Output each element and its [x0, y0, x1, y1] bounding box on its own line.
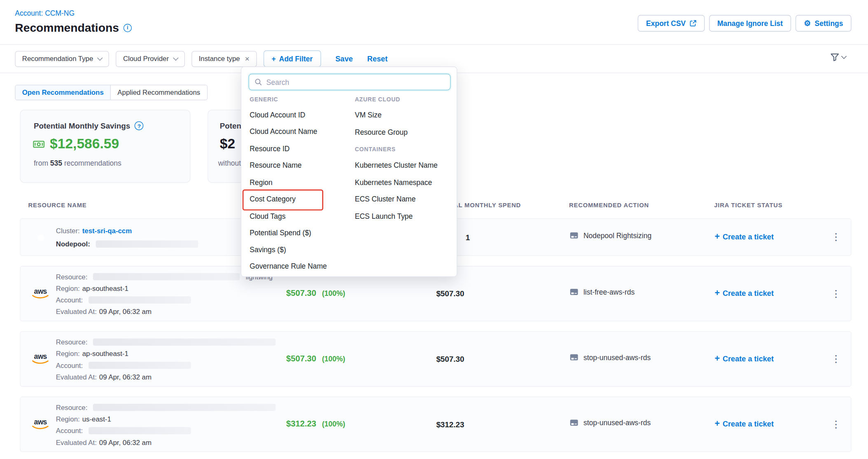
action-label: stop-unused-aws-rds [583, 419, 651, 427]
funnel-icon [831, 53, 840, 61]
row-menu-kebab-icon[interactable]: ⋮ [831, 354, 841, 364]
export-csv-button[interactable]: Export CSV [638, 15, 705, 31]
plus-icon: + [715, 232, 720, 241]
filter-search-input[interactable] [266, 78, 445, 86]
filter-option-resource-name[interactable]: Resource Name [250, 161, 301, 169]
evaluated-at-value: 09 Apr, 06:32 am [99, 373, 152, 381]
filter-option-cost-category[interactable]: Cost Category [250, 195, 296, 203]
recommended-action: stop-unused-aws-rds [569, 353, 651, 362]
total-monthly-spend-value: $507.30 [436, 289, 464, 298]
chip-label: Instance type [199, 55, 240, 63]
row-menu-kebab-icon[interactable]: ⋮ [831, 232, 841, 242]
savings-percentage: (100%) [322, 354, 345, 363]
filter-option-vm-size[interactable]: VM Size [355, 111, 382, 119]
evaluated-at-label: Evaluated At: [56, 373, 97, 381]
filter-option-region[interactable]: Region [250, 178, 272, 187]
question-icon[interactable]: ? [135, 121, 144, 130]
monthly-savings-value: $507.30 [286, 354, 316, 363]
info-icon[interactable]: i [124, 23, 132, 32]
filter-chip-recommendation-type[interactable]: Recommendation Type [15, 51, 109, 67]
monthly-savings-value: $312.23 [286, 419, 316, 428]
spend-card-title-fragment: Poten [220, 121, 241, 130]
savings-recommendation-count: 535 [50, 159, 62, 167]
action-label: Nodepool Rightsizing [583, 231, 651, 239]
filter-bar: Recommendation Type Cloud Provider Insta… [15, 50, 387, 67]
filter-chip-cloud-provider[interactable]: Cloud Provider [116, 51, 185, 67]
recommendations-page: Account: CCM-NG Recommendations i Export… [0, 0, 868, 459]
chip-label: Cloud Provider [123, 55, 169, 63]
filter-option-resource-group[interactable]: Resource Group [355, 128, 408, 136]
filter-option-kubernetes-namespace[interactable]: Kubernetes Namespace [355, 178, 432, 187]
table-row[interactable]: aws Resource: Region: ap-southeast-1 Acc… [20, 331, 851, 386]
row-menu-kebab-icon[interactable]: ⋮ [831, 288, 841, 298]
account-label: Account: [56, 427, 83, 435]
spend-value-fragment: 1 [466, 233, 470, 242]
savings-subtext-suffix: recommendations [64, 159, 121, 167]
tab-applied-recommendations[interactable]: Applied Recommendations [111, 85, 207, 100]
create-ticket-button[interactable]: + Create a ticket [715, 419, 774, 429]
save-filter-link[interactable]: Save [335, 54, 352, 63]
filter-option-potential-spend[interactable]: Potential Spend ($) [250, 229, 311, 237]
resource-label: Resource: [56, 404, 88, 412]
spend-amount-fragment: $2 [220, 136, 235, 152]
close-icon[interactable]: × [245, 55, 250, 63]
chip-label: Recommendation Type [22, 55, 93, 63]
plus-icon: + [272, 54, 276, 63]
redacted-account-value [89, 297, 191, 304]
monthly-savings-value: $507.30 [286, 288, 316, 297]
search-icon [254, 78, 262, 86]
evaluated-at-value: 09 Apr, 06:32 am [99, 308, 152, 316]
export-csv-label: Export CSV [646, 19, 686, 27]
col-header-resource-name: RESOURCE NAME [28, 201, 87, 208]
nodepool-label: Nodepool: [56, 240, 90, 248]
page-title: Recommendations [15, 21, 119, 34]
manage-ignore-list-button[interactable]: Manage Ignore List [709, 15, 791, 31]
action-icon [569, 288, 579, 297]
region-label: Region: [56, 285, 80, 293]
create-ticket-button[interactable]: + Create a ticket [715, 354, 774, 363]
region-value: ap-southeast-1 [82, 285, 128, 293]
filter-option-governance-rule-name[interactable]: Governance Rule Name [250, 262, 327, 270]
cluster-name-link[interactable]: test-sri-qa-ccm [82, 227, 132, 235]
region-label: Region: [56, 415, 80, 423]
resource-label: Resource: [56, 338, 88, 346]
create-ticket-button[interactable]: + Create a ticket [715, 232, 774, 241]
plus-icon: + [715, 419, 720, 429]
reset-filter-link[interactable]: Reset [367, 54, 387, 63]
chevron-down-icon [173, 55, 178, 60]
total-monthly-spend-value: $507.30 [436, 354, 464, 363]
filter-option-ecs-launch-type[interactable]: ECS Launch Type [355, 212, 413, 220]
col-header-jira-ticket-status: JIRA TICKET STATUS [714, 201, 782, 208]
table-row[interactable]: aws Resource: Region: us-east-1 Account:… [20, 397, 851, 452]
settings-button[interactable]: ⚙ Settings [796, 15, 852, 31]
row-menu-kebab-icon[interactable]: ⋮ [831, 419, 841, 429]
section-header-generic: GENERIC [250, 96, 278, 103]
total-monthly-spend-value: $312.23 [436, 420, 464, 429]
aws-icon: aws [32, 418, 49, 430]
redacted-resource-value [93, 339, 276, 346]
plus-icon: + [715, 354, 720, 363]
filter-option-cloud-account-name[interactable]: Cloud Account Name [250, 127, 317, 136]
action-label: stop-unused-aws-rds [583, 353, 651, 361]
filter-option-cloud-account-id[interactable]: Cloud Account ID [250, 111, 305, 119]
add-filter-label: Add Filter [279, 54, 313, 63]
filter-option-ecs-cluster-name[interactable]: ECS Cluster Name [355, 195, 416, 203]
add-filter-button[interactable]: + Add Filter [263, 50, 321, 67]
filter-option-cloud-tags[interactable]: Cloud Tags [250, 212, 285, 220]
chevron-down-icon [841, 54, 847, 59]
savings-percentage: (100%) [322, 289, 345, 297]
tab-open-recommendations[interactable]: Open Recommendations [16, 85, 111, 100]
create-ticket-label: Create a ticket [723, 289, 774, 297]
money-icon [33, 138, 45, 150]
filter-option-kubernetes-cluster-name[interactable]: Kubernetes Cluster Name [355, 161, 438, 169]
gear-icon: ⚙ [804, 19, 811, 27]
redacted-resource-value [93, 404, 276, 411]
filter-option-savings[interactable]: Savings ($) [250, 246, 286, 254]
account-breadcrumb[interactable]: Account: CCM-NG [15, 9, 75, 17]
aws-icon: aws [32, 353, 49, 364]
create-ticket-button[interactable]: + Create a ticket [715, 288, 774, 297]
filter-panel-toggle[interactable] [831, 53, 846, 61]
filter-chip-instance-type[interactable]: Instance type × [191, 51, 257, 67]
filter-option-resource-id[interactable]: Resource ID [250, 145, 289, 153]
spend-subtext-fragment: without [218, 159, 241, 167]
